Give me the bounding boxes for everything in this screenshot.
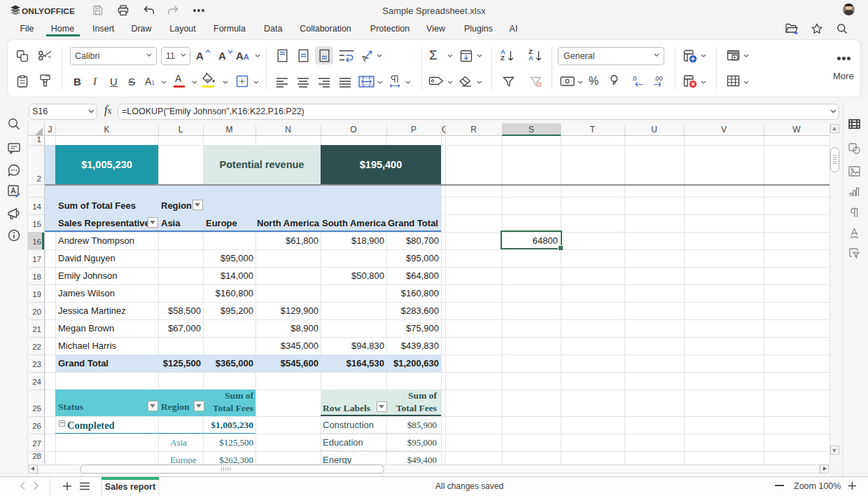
svg-text:.00: .00 — [654, 75, 663, 82]
svg-text:.0: .0 — [631, 75, 637, 82]
